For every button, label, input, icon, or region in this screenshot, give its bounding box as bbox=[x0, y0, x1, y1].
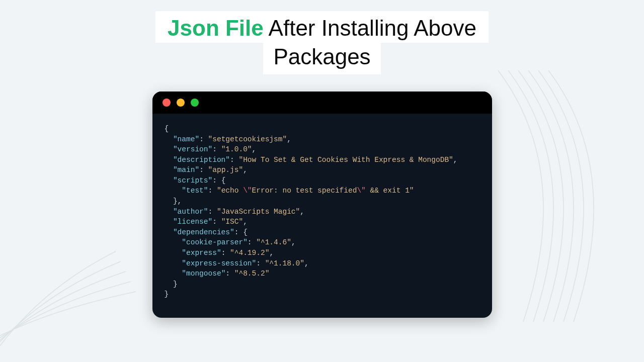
json-version: 1.0.0 bbox=[225, 145, 248, 153]
background-curves-right bbox=[473, 70, 644, 322]
title-line-1: Json File After Installing Above bbox=[155, 11, 489, 43]
terminal-window: { "name": "setgetcookiesjsm", "version":… bbox=[152, 92, 492, 318]
minimize-icon[interactable] bbox=[177, 99, 185, 107]
background-curves-left bbox=[0, 201, 141, 362]
dep-express: ^4.19.2 bbox=[234, 249, 265, 257]
dep-express-session: ^1.18.0 bbox=[269, 259, 300, 267]
test-mid: Error: no test specified bbox=[252, 187, 357, 195]
dep-cookie-parser: ^1.4.6 bbox=[261, 238, 287, 246]
terminal-titlebar bbox=[152, 92, 492, 114]
terminal-body: { "name": "setgetcookiesjsm", "version":… bbox=[152, 114, 492, 318]
json-license: ISC bbox=[225, 218, 238, 226]
dep-mongoose: ^8.5.2 bbox=[238, 269, 265, 278]
test-esc1: \" bbox=[243, 187, 252, 195]
maximize-icon[interactable] bbox=[191, 99, 199, 107]
title-accent: Json File bbox=[168, 16, 264, 40]
test-suffix: && exit 1 bbox=[366, 187, 410, 195]
json-name: setgetcookiesjsm bbox=[212, 135, 282, 143]
json-description: How To Set & Get Cookies With Express & … bbox=[243, 156, 449, 164]
title-line-2: Packages bbox=[263, 43, 380, 74]
json-main: app.js bbox=[212, 166, 238, 174]
title-rest: After Installing Above bbox=[264, 16, 476, 40]
close-icon[interactable] bbox=[163, 99, 171, 107]
page-title: Json File After Installing Above Package… bbox=[0, 11, 644, 74]
test-prefix: echo bbox=[221, 187, 244, 195]
test-esc2: \" bbox=[357, 187, 365, 195]
json-author: JavaScripts Magic bbox=[221, 208, 296, 216]
